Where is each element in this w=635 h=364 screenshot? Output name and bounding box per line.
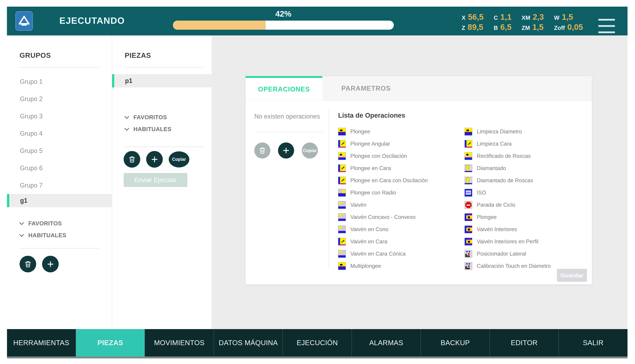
- operation-name: Limpieza Diametro: [477, 128, 522, 135]
- operation-item[interactable]: Vaivén Concavo - Convexo: [338, 211, 459, 223]
- operation-item[interactable]: Multiplongee: [338, 260, 459, 272]
- current-operations-section: No existen operaciones Copiar: [254, 113, 328, 158]
- delete-group-button[interactable]: [20, 256, 36, 272]
- add-group-button[interactable]: [42, 256, 59, 272]
- axis-readout-c: C1,1: [494, 12, 511, 22]
- vaiven-interiores-perfil-icon: [464, 238, 472, 246]
- group-item[interactable]: Grupo 1: [7, 73, 112, 90]
- save-button[interactable]: Guardar: [557, 269, 587, 282]
- groups-title: GRUPOS: [20, 52, 51, 59]
- operation-item[interactable]: Limpieza Diametro: [464, 126, 586, 138]
- groups-favoritos-toggle[interactable]: FAVORITOS: [19, 220, 66, 227]
- pieces-panel: PIEZAS p1 FAVORITOS HABITUALES Copiar: [112, 36, 212, 329]
- pieces-habituales-toggle[interactable]: HABITUALES: [124, 126, 172, 132]
- axis-readout-w: W1,5: [554, 12, 583, 22]
- groups-panel: GRUPOS Grupo 1Grupo 2Grupo 3Grupo 4Grupo…: [7, 36, 112, 329]
- operation-item[interactable]: ISO: [464, 187, 586, 199]
- operation-item[interactable]: Diamantado: [464, 162, 586, 174]
- operation-name: Vaivén Interiores: [477, 226, 517, 232]
- operation-item[interactable]: Plongee: [338, 126, 459, 138]
- operation-name: Vaivén en Cono: [350, 226, 388, 232]
- nav-item-piezas[interactable]: PIEZAS: [76, 329, 145, 356]
- machine-status-title: EJECUTANDO: [59, 15, 125, 26]
- operation-name: Plongee en Cara con Oscilación: [350, 177, 428, 184]
- chevron-down-icon: [19, 220, 25, 226]
- operation-item[interactable]: Vaivén en Cono: [338, 223, 459, 236]
- operation-item[interactable]: Plongee en Cara con Oscilación: [338, 174, 459, 187]
- parada-ciclo-icon: [464, 201, 472, 209]
- diamantado-icon: [464, 164, 472, 172]
- vaiven-interiores-icon: [464, 226, 472, 233]
- divider: [329, 110, 329, 268]
- nav-item-backup[interactable]: BACKUP: [421, 329, 490, 356]
- operation-name: Calibración Touch en Diametro: [477, 263, 551, 269]
- group-item[interactable]: Grupo 6: [7, 160, 112, 177]
- groups-tree-sections: FAVORITOS HABITUALES: [19, 220, 66, 239]
- plongee-cara-icon: [338, 164, 346, 172]
- group-item[interactable]: Grupo 3: [7, 108, 112, 125]
- operation-item[interactable]: Vaivén Interiores en Perfil: [464, 236, 586, 248]
- operations-actions: Copiar: [254, 142, 328, 158]
- nav-item-salir[interactable]: SALIR: [559, 329, 627, 356]
- operation-item[interactable]: Posicionador Lateral: [464, 248, 586, 260]
- tab-parametros[interactable]: PARAMETROS: [322, 76, 410, 101]
- group-item-selected[interactable]: g1: [7, 194, 112, 207]
- vaiven-concavo-icon: [338, 213, 346, 221]
- group-item[interactable]: Grupo 7: [7, 177, 112, 194]
- operation-item[interactable]: Plongee: [464, 211, 586, 223]
- chevron-down-icon: [124, 126, 130, 132]
- operation-item[interactable]: Plongee con Oscilación: [338, 150, 459, 162]
- operation-item[interactable]: Plongee Angular: [338, 138, 459, 150]
- nav-item-ejecuci-n[interactable]: EJECUCIÓN: [283, 329, 352, 356]
- tab-bar: OPERACIONES PARAMETROS: [246, 76, 592, 101]
- bottom-navigation: HERRAMIENTASPIEZASMOVIMIENTOSDATOS MÁQUI…: [7, 329, 627, 356]
- operation-item[interactable]: Vaivén en Cara Cónica: [338, 248, 459, 260]
- nav-item-movimientos[interactable]: MOVIMIENTOS: [145, 329, 214, 356]
- nav-item-herramientas[interactable]: HERRAMIENTAS: [7, 329, 76, 356]
- group-item[interactable]: Grupo 5: [7, 142, 112, 160]
- operation-item[interactable]: Parada de Ciclo: [464, 199, 586, 211]
- copy-piece-button[interactable]: Copiar: [169, 151, 189, 168]
- operation-item[interactable]: Plongee con Radio: [338, 187, 459, 199]
- machine-control-ui: EJECUTANDO 42% X56,5C1,1XM2,3W1,5Z89,5B6…: [0, 0, 635, 364]
- operation-item[interactable]: Plongee en Cara: [338, 162, 459, 174]
- operation-name: Vaivén Concavo - Convexo: [350, 214, 415, 220]
- axis-readout-x: X56,5: [462, 12, 484, 22]
- operation-item[interactable]: Vaivén: [338, 199, 459, 211]
- limpieza-cara-icon: [464, 140, 472, 148]
- group-item[interactable]: Grupo 2: [7, 90, 112, 108]
- add-piece-button[interactable]: [146, 151, 163, 168]
- operation-item[interactable]: Diamantado de Roscas: [464, 174, 586, 187]
- delete-piece-button[interactable]: [124, 151, 140, 168]
- bottom-navigation-shadow: [7, 356, 627, 358]
- delete-operation-button[interactable]: [254, 142, 270, 158]
- top-bar: EJECUTANDO 42% X56,5C1,1XM2,3W1,5Z89,5B6…: [7, 7, 627, 36]
- nav-item-datos-m-quina[interactable]: DATOS MÁQUINA: [214, 329, 283, 356]
- operation-name: Multiplongee: [350, 263, 381, 269]
- multiplongee-icon: [338, 262, 346, 270]
- operation-item[interactable]: Rectificado de Roscas: [464, 150, 586, 162]
- operations-list-section: Lista de Operaciones PlongeePlongee Angu…: [338, 112, 586, 272]
- operation-name: Plongee en Cara: [350, 165, 391, 172]
- pieces-tree-sections: FAVORITOS HABITUALES: [124, 114, 172, 132]
- tab-operaciones[interactable]: OPERACIONES: [246, 76, 322, 101]
- operation-item[interactable]: Vaivén Interiores: [464, 223, 586, 236]
- vaiven-cono-icon: [338, 226, 346, 233]
- operation-name: Diamantado: [477, 165, 506, 172]
- nav-item-editor[interactable]: EDITOR: [490, 329, 559, 356]
- copy-operation-button[interactable]: Copiar: [302, 142, 318, 158]
- groups-habituales-toggle[interactable]: HABITUALES: [19, 232, 66, 239]
- group-item[interactable]: Grupo 4: [7, 125, 112, 142]
- piece-item-selected[interactable]: p1: [112, 74, 212, 88]
- pieces-favoritos-toggle[interactable]: FAVORITOS: [124, 114, 172, 121]
- divider: [125, 147, 203, 147]
- axis-readout-b: B6,5: [494, 22, 511, 32]
- nav-item-alarmas[interactable]: ALARMAS: [352, 329, 421, 356]
- add-operation-button[interactable]: [278, 142, 294, 158]
- operation-name: Plongee con Oscilación: [350, 153, 407, 159]
- axis-readout-xm: XM2,3: [522, 12, 544, 22]
- operation-item[interactable]: Limpieza Cara: [464, 138, 586, 150]
- send-execute-button[interactable]: Enviar Ejecutar: [124, 173, 187, 187]
- operation-item[interactable]: Vaivén en Cara: [338, 236, 459, 248]
- menu-button[interactable]: [598, 19, 615, 33]
